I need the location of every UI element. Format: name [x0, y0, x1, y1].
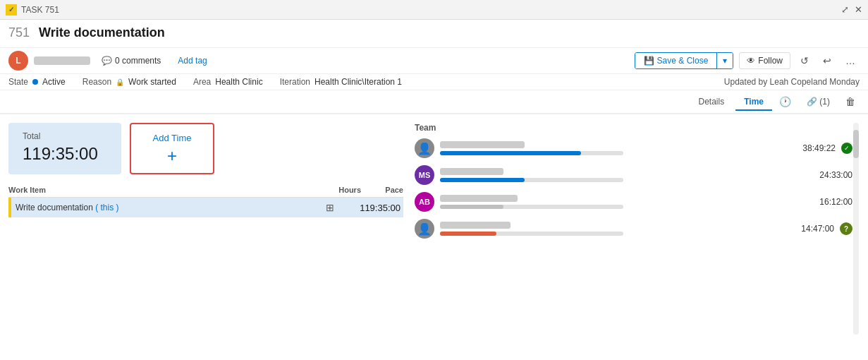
add-time-button[interactable]: Add Time +	[130, 123, 214, 174]
tab-bar: Details Time 🕐 🔗 (1) 🗑	[0, 90, 868, 114]
time-summary: Total 119:35:00 Add Time +	[8, 123, 403, 174]
comments-button[interactable]: 💬 0 comments	[96, 53, 166, 68]
team-time: 24:33:00	[803, 170, 852, 180]
work-item-table: Work Item Hours Pace Write documentation…	[8, 183, 403, 217]
reason-group: Reason 🔒 Work started	[82, 77, 176, 87]
window-controls[interactable]: ⤢ ✕	[841, 4, 862, 15]
save-close-label: Save & Close	[657, 56, 709, 66]
reason-value: Work started	[128, 77, 176, 87]
team-avatar: 👤	[415, 138, 434, 158]
scrollbar[interactable]	[852, 123, 860, 335]
reason-label: Reason	[82, 77, 111, 87]
team-avatar: 👤	[415, 219, 434, 239]
team-avatar: MS	[415, 165, 434, 185]
work-item-name: Write documentation ( this )	[11, 203, 320, 212]
col-hours: Hours	[298, 186, 361, 194]
team-bar-container	[440, 205, 623, 209]
header: 751 Write documentation	[0, 20, 868, 48]
scroll-track	[853, 123, 859, 335]
area-label: Area	[193, 77, 211, 87]
team-bar	[440, 178, 525, 182]
team-member-name	[440, 141, 525, 148]
more-button[interactable]: …	[841, 52, 860, 69]
right-section: Team 👤38:49:22✓MS24:33:00AB16:12:00👤14:4…	[415, 123, 860, 335]
save-close-button[interactable]: 💾 Save & Close	[635, 53, 718, 68]
scroll-thumb[interactable]	[853, 130, 859, 158]
team-info	[440, 222, 779, 236]
add-time-plus-icon: +	[167, 148, 177, 164]
comments-count: 0 comments	[115, 56, 161, 66]
team-bar-container	[440, 178, 623, 182]
meta-row: State Active Reason 🔒 Work started Area …	[0, 74, 868, 90]
table-row: Write documentation ( this ) ⊞ 119:35:00	[8, 198, 403, 217]
work-item-this-link[interactable]: ( this )	[95, 203, 118, 212]
work-item-header: Work Item Hours Pace	[8, 183, 403, 198]
team-label: Team	[415, 123, 852, 133]
maximize-icon[interactable]: ⤢	[841, 4, 849, 15]
content-area: Total 119:35:00 Add Time + Work Item Hou…	[0, 114, 868, 343]
team-avatar: AB	[415, 192, 434, 212]
add-time-label: Add Time	[153, 133, 192, 143]
add-tag-button[interactable]: Add tag	[172, 53, 212, 68]
task-icon: ✓	[6, 4, 17, 16]
undo-button[interactable]: ↩	[819, 52, 836, 69]
col-pace: Pace	[361, 186, 403, 194]
close-icon[interactable]: ✕	[855, 4, 862, 15]
refresh-button[interactable]: ↺	[796, 52, 813, 69]
team-member-row: MS24:33:00	[415, 165, 852, 185]
lock-icon: 🔒	[116, 78, 124, 86]
task-title-text: Write documentation	[39, 25, 165, 40]
save-close-dropdown[interactable]: ▾	[717, 53, 733, 68]
col-work-item: Work Item	[8, 186, 298, 194]
tab-delete-icon[interactable]: 🗑	[841, 93, 860, 110]
window-title: TASK 751	[21, 5, 59, 15]
area-group: Area Health Clinic	[193, 77, 263, 87]
total-value: 119:35:00	[23, 144, 107, 164]
work-item-hours: 119:35:00	[340, 203, 403, 213]
eye-icon: 👁	[747, 56, 755, 66]
task-title: 751 Write documentation	[8, 25, 860, 40]
state-group: State Active	[8, 77, 66, 87]
team-member-name	[440, 222, 511, 229]
team-member-row: 👤38:49:22✓	[415, 138, 852, 158]
team-info	[440, 141, 781, 155]
iteration-group: Iteration Health Clinic\Iteration 1	[280, 77, 402, 87]
title-bar: ✓ TASK 751 ⤢ ✕	[0, 0, 868, 20]
team-bar-container	[440, 151, 623, 155]
area-value: Health Clinic	[215, 77, 262, 87]
tab-details[interactable]: Details	[690, 94, 733, 111]
avatar: L	[8, 51, 28, 71]
team-panel: Team 👤38:49:22✓MS24:33:00AB16:12:00👤14:4…	[415, 123, 852, 335]
tab-time[interactable]: Time	[735, 94, 772, 111]
total-box: Total 119:35:00	[8, 123, 121, 174]
task-number: 751	[8, 25, 30, 40]
tab-link[interactable]: 🔗 (1)	[798, 94, 838, 111]
green-indicator: ✓	[841, 143, 852, 154]
question-indicator: ?	[840, 222, 852, 235]
tab-history-icon[interactable]: 🕐	[775, 93, 795, 110]
team-member-name	[440, 195, 518, 202]
team-bar	[440, 205, 503, 209]
team-member-name	[440, 168, 503, 175]
follow-button[interactable]: 👁 Follow	[739, 52, 790, 69]
team-bar-container	[440, 232, 623, 236]
comment-icon: 💬	[102, 56, 112, 66]
state-label: State	[8, 77, 28, 87]
save-close-group[interactable]: 💾 Save & Close ▾	[635, 52, 734, 69]
state-indicator	[32, 79, 38, 85]
team-bar	[440, 151, 581, 155]
team-bar	[440, 232, 496, 236]
updated-text: Updated by Leah Copeland Monday	[724, 77, 860, 87]
iteration-value: Health Clinic\Iteration 1	[314, 77, 402, 87]
team-member-row: 👤14:47:00?	[415, 219, 852, 239]
state-value: Active	[42, 77, 66, 87]
follow-label: Follow	[758, 56, 783, 66]
work-item-icon: ⊞	[320, 202, 340, 213]
team-member-row: AB16:12:00	[415, 192, 852, 212]
toolbar: L 💬 0 comments Add tag 💾 Save & Close ▾ …	[0, 48, 868, 74]
left-panel: Total 119:35:00 Add Time + Work Item Hou…	[8, 123, 403, 335]
total-label: Total	[23, 131, 107, 141]
team-time: 38:49:22	[786, 143, 836, 153]
team-time: 16:12:00	[803, 197, 852, 207]
save-icon: 💾	[644, 56, 654, 66]
